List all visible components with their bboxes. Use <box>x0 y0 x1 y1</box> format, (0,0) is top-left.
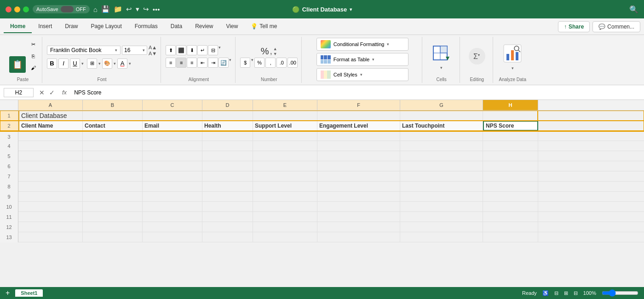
cell-h11[interactable] <box>483 212 538 222</box>
merge-btn[interactable]: ⊟ <box>208 45 218 55</box>
cell-f10[interactable] <box>317 202 400 212</box>
cell-h3[interactable] <box>483 132 538 142</box>
cell-d11[interactable] <box>202 212 253 222</box>
cell-e5[interactable] <box>253 151 317 161</box>
cell-b12[interactable] <box>83 222 143 232</box>
row-num-6[interactable]: 6 <box>0 161 18 171</box>
col-header-h[interactable]: H <box>483 100 538 110</box>
cell-a4[interactable] <box>18 141 83 151</box>
format-painter-button[interactable]: 🖌 <box>28 63 38 73</box>
percent-btn[interactable]: % <box>254 58 264 68</box>
cell-a2[interactable]: Client Name <box>18 121 83 131</box>
cell-d9[interactable] <box>202 192 253 202</box>
align-bottom-btn[interactable]: ⬇ <box>187 45 197 55</box>
cell-b10[interactable] <box>83 202 143 212</box>
merge-dropdown[interactable]: ▾ <box>218 45 221 55</box>
cell-e3[interactable] <box>253 132 317 142</box>
cell-g8[interactable] <box>400 182 483 192</box>
cell-e2[interactable]: Support Level <box>253 121 317 131</box>
row-num-4[interactable]: 4 <box>0 141 18 151</box>
cell-d2[interactable]: Health <box>202 121 253 131</box>
cell-a8[interactable] <box>18 182 83 192</box>
cell-g7[interactable] <box>400 171 483 182</box>
comma-btn[interactable]: , <box>270 47 272 56</box>
underline-button[interactable]: U <box>70 59 80 69</box>
cell-d7[interactable] <box>202 171 253 182</box>
fill-color-button[interactable]: 🎨 <box>102 59 112 69</box>
cell-b8[interactable] <box>83 182 143 192</box>
cell-b5[interactable] <box>83 151 143 161</box>
number-down[interactable]: ▼ <box>273 52 277 56</box>
undo-dropdown[interactable]: ▾ <box>136 5 139 13</box>
zoom-slider[interactable] <box>602 289 638 297</box>
cell-g6[interactable] <box>400 161 483 171</box>
border-dropdown[interactable]: ▾ <box>98 61 101 66</box>
cell-e7[interactable] <box>253 171 317 182</box>
cell-e11[interactable] <box>253 212 317 222</box>
row-num-1[interactable]: 1 <box>0 111 18 121</box>
cell-g12[interactable] <box>400 222 483 232</box>
col-header-e[interactable]: E <box>253 100 317 110</box>
format-table-dropdown[interactable]: ▾ <box>372 57 374 62</box>
view-page[interactable]: ⊟ <box>574 290 578 296</box>
cell-c1[interactable] <box>143 111 202 121</box>
cell-a7[interactable] <box>18 171 83 182</box>
cell-c12[interactable] <box>143 222 202 232</box>
analyze-dropdown[interactable]: ▾ <box>512 66 514 70</box>
font-color-dropdown[interactable]: ▾ <box>129 61 131 66</box>
italic-button[interactable]: I <box>58 59 69 69</box>
cell-b11[interactable] <box>83 212 143 222</box>
sheet-tab-1[interactable]: Sheet1 <box>15 289 43 297</box>
cell-d6[interactable] <box>202 161 253 171</box>
cell-c5[interactable] <box>143 151 202 161</box>
cell-f6[interactable] <box>317 161 400 171</box>
align-center-btn[interactable]: ≡ <box>176 58 186 68</box>
row-num-9[interactable]: 9 <box>0 192 18 202</box>
cell-a5[interactable] <box>18 151 83 161</box>
cell-h1[interactable] <box>483 111 538 121</box>
cell-f8[interactable] <box>317 182 400 192</box>
font-increase-btn[interactable]: A▲ <box>149 45 157 50</box>
cell-b13[interactable] <box>83 232 143 242</box>
cell-b7[interactable] <box>83 171 143 182</box>
cell-h12[interactable] <box>483 222 538 232</box>
cloud-icon[interactable]: 📁 <box>114 5 122 13</box>
cell-h6[interactable] <box>483 161 538 171</box>
font-color-button[interactable]: A <box>117 59 127 69</box>
cell-c7[interactable] <box>143 171 202 182</box>
formula-cancel-btn[interactable]: ✕ <box>37 88 46 97</box>
cell-styles-dropdown[interactable]: ▾ <box>360 72 362 77</box>
cell-f12[interactable] <box>317 222 400 232</box>
add-sheet-button[interactable]: + <box>6 289 10 297</box>
fill-dropdown[interactable]: ▾ <box>114 61 116 66</box>
tab-draw[interactable]: Draw <box>58 20 84 33</box>
cell-c11[interactable] <box>143 212 202 222</box>
cell-c10[interactable] <box>143 202 202 212</box>
font-size-selector[interactable]: 16 ▾ <box>122 46 147 55</box>
cell-e8[interactable] <box>253 182 317 192</box>
cell-a3[interactable] <box>18 132 83 142</box>
cell-c13[interactable] <box>143 232 202 242</box>
comma-style-btn[interactable]: , <box>265 58 276 68</box>
cell-b9[interactable] <box>83 192 143 202</box>
cond-format-dropdown[interactable]: ▾ <box>387 42 389 47</box>
cell-c9[interactable] <box>143 192 202 202</box>
cell-f9[interactable] <box>317 192 400 202</box>
bold-button[interactable]: B <box>47 59 57 69</box>
col-header-d[interactable]: D <box>202 100 253 110</box>
cell-e12[interactable] <box>253 222 317 232</box>
number-up[interactable]: ▲ <box>273 47 277 51</box>
cell-e1[interactable] <box>253 111 317 121</box>
cell-d10[interactable] <box>202 202 253 212</box>
cell-d13[interactable] <box>202 232 253 242</box>
cell-a9[interactable] <box>18 192 83 202</box>
redo-icon[interactable]: ↪ <box>143 5 149 13</box>
align-right-btn[interactable]: ≡ <box>187 58 197 68</box>
view-normal[interactable]: ⊟ <box>554 290 558 296</box>
currency-btn[interactable]: $ <box>240 58 250 68</box>
align-left-btn[interactable]: ≡ <box>166 58 176 68</box>
cell-a6[interactable] <box>18 161 83 171</box>
copy-button[interactable]: ⎘ <box>28 51 38 61</box>
cell-b3[interactable] <box>83 132 143 142</box>
cell-f2[interactable]: Engagement Level <box>317 121 400 131</box>
